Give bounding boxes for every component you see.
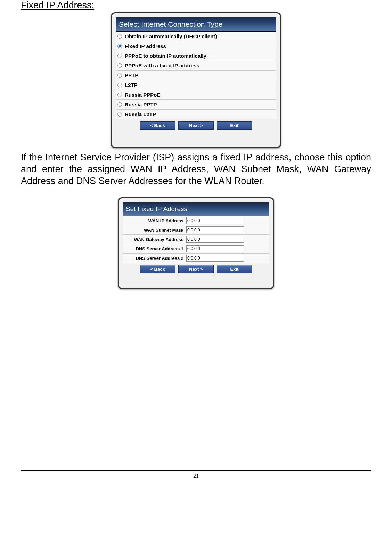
next-button[interactable]: Next > — [178, 121, 214, 130]
wan-gateway-input[interactable] — [186, 236, 244, 243]
radio-input[interactable] — [117, 63, 122, 68]
back-button[interactable]: < Back — [140, 121, 175, 130]
connection-type-list: Obtain IP automatically (DHCP client) Fi… — [116, 32, 276, 119]
exit-button[interactable]: Exit — [217, 121, 252, 130]
radio-option-dhcp[interactable]: Obtain IP automatically (DHCP client) — [116, 32, 276, 41]
radio-input[interactable] — [117, 102, 122, 107]
connection-type-panel: Select Internet Connection Type Obtain I… — [111, 12, 281, 148]
body-paragraph: If the Internet Service Provider (ISP) a… — [21, 152, 371, 187]
field-wan-subnet: WAN Subnet Mask — [123, 225, 269, 235]
page-footer: 21 — [21, 470, 371, 479]
next-button[interactable]: Next > — [178, 265, 214, 273]
button-bar: < Back Next > Exit — [116, 119, 276, 131]
radio-label: Obtain IP automatically (DHCP client) — [125, 33, 217, 39]
wan-subnet-input[interactable] — [186, 226, 244, 233]
radio-input[interactable] — [117, 34, 122, 39]
radio-option-l2tp[interactable]: L2TP — [116, 80, 276, 90]
fixed-ip-panel: Set Fixed IP Address WAN IP Address WAN … — [118, 197, 274, 289]
radio-label: PPPoE with a fixed IP address — [125, 63, 199, 69]
radio-option-russia-pptp[interactable]: Russia PPTP — [116, 100, 276, 110]
dns2-input[interactable] — [186, 255, 244, 262]
radio-input[interactable] — [117, 93, 122, 97]
radio-label: Fixed IP address — [125, 43, 166, 49]
dns1-input[interactable] — [186, 245, 244, 252]
connection-type-figure: Select Internet Connection Type Obtain I… — [21, 12, 371, 148]
panel-title: Set Fixed IP Address — [123, 202, 269, 216]
radio-label: Russia PPTP — [125, 102, 157, 107]
button-bar: < Back Next > Exit — [123, 263, 269, 275]
radio-option-pppoe-fixed[interactable]: PPPoE with a fixed IP address — [116, 61, 276, 71]
wan-ip-input[interactable] — [186, 217, 244, 224]
page-number: 21 — [193, 473, 199, 479]
radio-option-russia-pppoe[interactable]: Russia PPPoE — [116, 90, 276, 100]
fixed-ip-figure: Set Fixed IP Address WAN IP Address WAN … — [21, 197, 371, 289]
back-button[interactable]: < Back — [140, 265, 175, 273]
radio-input[interactable] — [117, 83, 122, 87]
field-dns1: DNS Server Address 1 — [123, 244, 269, 254]
fixed-ip-form: WAN IP Address WAN Subnet Mask WAN Gatew… — [123, 216, 269, 263]
field-label: DNS Server Address 2 — [124, 256, 186, 261]
radio-label: Russia PPPoE — [125, 92, 161, 98]
field-label: WAN Gateway Address — [124, 237, 186, 242]
radio-label: L2TP — [125, 82, 138, 88]
field-wan-ip: WAN IP Address — [123, 216, 269, 225]
radio-label: PPTP — [125, 72, 138, 78]
field-label: DNS Server Address 1 — [124, 246, 186, 252]
radio-option-pppoe-auto[interactable]: PPPoE to obtain IP automatically — [116, 51, 276, 61]
field-label: WAN IP Address — [124, 218, 186, 223]
panel-title: Select Internet Connection Type — [116, 17, 276, 32]
field-label: WAN Subnet Mask — [124, 228, 186, 233]
section-heading: Fixed IP Address: — [21, 0, 371, 11]
radio-input[interactable] — [117, 112, 122, 117]
radio-input[interactable] — [117, 54, 122, 58]
exit-button[interactable]: Exit — [217, 265, 252, 273]
radio-label: Russia L2TP — [125, 111, 156, 117]
radio-input[interactable] — [117, 44, 122, 48]
radio-option-russia-l2tp[interactable]: Russia L2TP — [116, 110, 276, 119]
field-wan-gateway: WAN Gateway Address — [123, 235, 269, 244]
radio-input[interactable] — [117, 73, 122, 78]
radio-label: PPPoE to obtain IP automatically — [125, 53, 206, 59]
radio-option-fixed-ip[interactable]: Fixed IP address — [116, 41, 276, 51]
radio-option-pptp[interactable]: PPTP — [116, 71, 276, 80]
field-dns2: DNS Server Address 2 — [123, 254, 269, 263]
